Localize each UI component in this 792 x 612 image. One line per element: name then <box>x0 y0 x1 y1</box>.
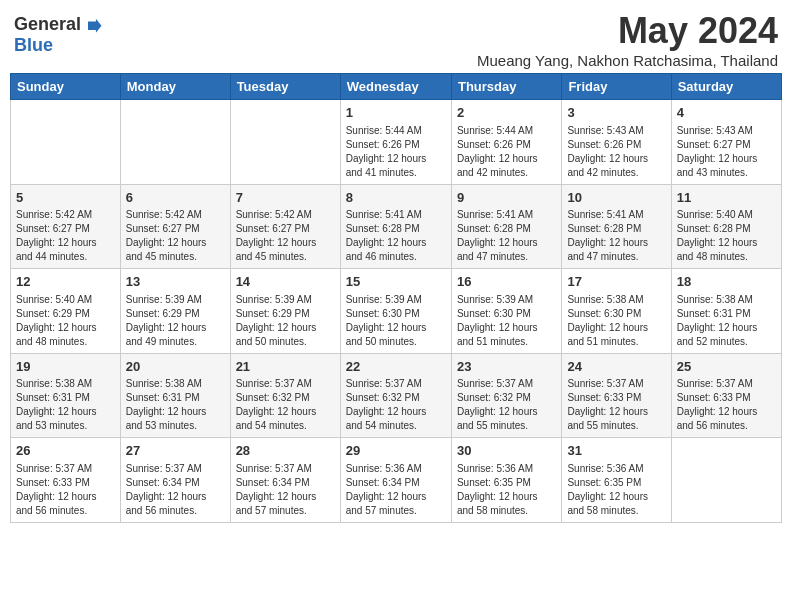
day-info: Sunrise: 5:37 AM Sunset: 6:32 PM Dayligh… <box>236 377 335 433</box>
day-number: 15 <box>346 273 446 291</box>
day-number: 7 <box>236 189 335 207</box>
calendar-cell: 6Sunrise: 5:42 AM Sunset: 6:27 PM Daylig… <box>120 184 230 269</box>
day-info: Sunrise: 5:40 AM Sunset: 6:28 PM Dayligh… <box>677 208 776 264</box>
day-info: Sunrise: 5:43 AM Sunset: 6:26 PM Dayligh… <box>567 124 665 180</box>
week-row-4: 19Sunrise: 5:38 AM Sunset: 6:31 PM Dayli… <box>11 353 782 438</box>
calendar-cell: 16Sunrise: 5:39 AM Sunset: 6:30 PM Dayli… <box>451 269 561 354</box>
calendar-cell: 11Sunrise: 5:40 AM Sunset: 6:28 PM Dayli… <box>671 184 781 269</box>
day-info: Sunrise: 5:38 AM Sunset: 6:31 PM Dayligh… <box>126 377 225 433</box>
week-row-2: 5Sunrise: 5:42 AM Sunset: 6:27 PM Daylig… <box>11 184 782 269</box>
day-info: Sunrise: 5:37 AM Sunset: 6:34 PM Dayligh… <box>236 462 335 518</box>
day-header-tuesday: Tuesday <box>230 74 340 100</box>
day-info: Sunrise: 5:36 AM Sunset: 6:34 PM Dayligh… <box>346 462 446 518</box>
calendar-cell: 20Sunrise: 5:38 AM Sunset: 6:31 PM Dayli… <box>120 353 230 438</box>
day-header-friday: Friday <box>562 74 671 100</box>
day-header-sunday: Sunday <box>11 74 121 100</box>
day-info: Sunrise: 5:42 AM Sunset: 6:27 PM Dayligh… <box>126 208 225 264</box>
calendar-cell: 19Sunrise: 5:38 AM Sunset: 6:31 PM Dayli… <box>11 353 121 438</box>
calendar-cell <box>11 100 121 185</box>
day-info: Sunrise: 5:37 AM Sunset: 6:34 PM Dayligh… <box>126 462 225 518</box>
week-row-3: 12Sunrise: 5:40 AM Sunset: 6:29 PM Dayli… <box>11 269 782 354</box>
day-number: 25 <box>677 358 776 376</box>
day-number: 27 <box>126 442 225 460</box>
calendar-cell: 25Sunrise: 5:37 AM Sunset: 6:33 PM Dayli… <box>671 353 781 438</box>
day-info: Sunrise: 5:39 AM Sunset: 6:30 PM Dayligh… <box>346 293 446 349</box>
day-info: Sunrise: 5:38 AM Sunset: 6:31 PM Dayligh… <box>677 293 776 349</box>
calendar-cell: 3Sunrise: 5:43 AM Sunset: 6:26 PM Daylig… <box>562 100 671 185</box>
day-number: 13 <box>126 273 225 291</box>
day-number: 14 <box>236 273 335 291</box>
day-info: Sunrise: 5:37 AM Sunset: 6:32 PM Dayligh… <box>457 377 556 433</box>
day-number: 6 <box>126 189 225 207</box>
day-info: Sunrise: 5:36 AM Sunset: 6:35 PM Dayligh… <box>567 462 665 518</box>
calendar-cell: 1Sunrise: 5:44 AM Sunset: 6:26 PM Daylig… <box>340 100 451 185</box>
day-info: Sunrise: 5:42 AM Sunset: 6:27 PM Dayligh… <box>236 208 335 264</box>
calendar-cell: 15Sunrise: 5:39 AM Sunset: 6:30 PM Dayli… <box>340 269 451 354</box>
week-row-1: 1Sunrise: 5:44 AM Sunset: 6:26 PM Daylig… <box>11 100 782 185</box>
week-row-5: 26Sunrise: 5:37 AM Sunset: 6:33 PM Dayli… <box>11 438 782 523</box>
day-info: Sunrise: 5:38 AM Sunset: 6:30 PM Dayligh… <box>567 293 665 349</box>
day-info: Sunrise: 5:36 AM Sunset: 6:35 PM Dayligh… <box>457 462 556 518</box>
calendar-cell: 29Sunrise: 5:36 AM Sunset: 6:34 PM Dayli… <box>340 438 451 523</box>
calendar-cell: 18Sunrise: 5:38 AM Sunset: 6:31 PM Dayli… <box>671 269 781 354</box>
day-info: Sunrise: 5:43 AM Sunset: 6:27 PM Dayligh… <box>677 124 776 180</box>
day-number: 18 <box>677 273 776 291</box>
logo-general: General <box>14 14 81 34</box>
day-header-monday: Monday <box>120 74 230 100</box>
logo-arrow-icon <box>88 19 102 33</box>
day-number: 28 <box>236 442 335 460</box>
day-info: Sunrise: 5:37 AM Sunset: 6:33 PM Dayligh… <box>16 462 115 518</box>
day-number: 31 <box>567 442 665 460</box>
day-info: Sunrise: 5:42 AM Sunset: 6:27 PM Dayligh… <box>16 208 115 264</box>
calendar-cell: 21Sunrise: 5:37 AM Sunset: 6:32 PM Dayli… <box>230 353 340 438</box>
day-number: 19 <box>16 358 115 376</box>
calendar-cell: 7Sunrise: 5:42 AM Sunset: 6:27 PM Daylig… <box>230 184 340 269</box>
day-info: Sunrise: 5:39 AM Sunset: 6:30 PM Dayligh… <box>457 293 556 349</box>
day-info: Sunrise: 5:37 AM Sunset: 6:32 PM Dayligh… <box>346 377 446 433</box>
calendar-cell: 9Sunrise: 5:41 AM Sunset: 6:28 PM Daylig… <box>451 184 561 269</box>
day-number: 4 <box>677 104 776 122</box>
day-number: 10 <box>567 189 665 207</box>
calendar-cell: 10Sunrise: 5:41 AM Sunset: 6:28 PM Dayli… <box>562 184 671 269</box>
calendar-cell: 12Sunrise: 5:40 AM Sunset: 6:29 PM Dayli… <box>11 269 121 354</box>
calendar-cell: 27Sunrise: 5:37 AM Sunset: 6:34 PM Dayli… <box>120 438 230 523</box>
day-number: 21 <box>236 358 335 376</box>
day-info: Sunrise: 5:37 AM Sunset: 6:33 PM Dayligh… <box>677 377 776 433</box>
day-number: 8 <box>346 189 446 207</box>
day-number: 16 <box>457 273 556 291</box>
day-number: 23 <box>457 358 556 376</box>
day-number: 29 <box>346 442 446 460</box>
calendar-cell: 5Sunrise: 5:42 AM Sunset: 6:27 PM Daylig… <box>11 184 121 269</box>
calendar-cell: 24Sunrise: 5:37 AM Sunset: 6:33 PM Dayli… <box>562 353 671 438</box>
day-number: 22 <box>346 358 446 376</box>
header: General Blue May 2024 Mueang Yang, Nakho… <box>10 10 782 69</box>
day-header-saturday: Saturday <box>671 74 781 100</box>
calendar-cell: 17Sunrise: 5:38 AM Sunset: 6:30 PM Dayli… <box>562 269 671 354</box>
day-number: 5 <box>16 189 115 207</box>
logo: General Blue <box>14 14 102 56</box>
days-header-row: SundayMondayTuesdayWednesdayThursdayFrid… <box>11 74 782 100</box>
day-header-thursday: Thursday <box>451 74 561 100</box>
day-number: 30 <box>457 442 556 460</box>
calendar-cell: 2Sunrise: 5:44 AM Sunset: 6:26 PM Daylig… <box>451 100 561 185</box>
location-title: Mueang Yang, Nakhon Ratchasima, Thailand <box>477 52 778 69</box>
day-number: 17 <box>567 273 665 291</box>
day-number: 2 <box>457 104 556 122</box>
day-info: Sunrise: 5:41 AM Sunset: 6:28 PM Dayligh… <box>457 208 556 264</box>
day-number: 26 <box>16 442 115 460</box>
calendar-cell: 23Sunrise: 5:37 AM Sunset: 6:32 PM Dayli… <box>451 353 561 438</box>
calendar-cell: 13Sunrise: 5:39 AM Sunset: 6:29 PM Dayli… <box>120 269 230 354</box>
day-header-wednesday: Wednesday <box>340 74 451 100</box>
calendar-cell: 30Sunrise: 5:36 AM Sunset: 6:35 PM Dayli… <box>451 438 561 523</box>
day-info: Sunrise: 5:41 AM Sunset: 6:28 PM Dayligh… <box>346 208 446 264</box>
day-info: Sunrise: 5:41 AM Sunset: 6:28 PM Dayligh… <box>567 208 665 264</box>
calendar-cell <box>671 438 781 523</box>
day-number: 3 <box>567 104 665 122</box>
calendar-cell <box>230 100 340 185</box>
day-info: Sunrise: 5:37 AM Sunset: 6:33 PM Dayligh… <box>567 377 665 433</box>
calendar-cell: 4Sunrise: 5:43 AM Sunset: 6:27 PM Daylig… <box>671 100 781 185</box>
day-number: 20 <box>126 358 225 376</box>
day-number: 1 <box>346 104 446 122</box>
title-area: May 2024 Mueang Yang, Nakhon Ratchasima,… <box>477 10 778 69</box>
logo-blue: Blue <box>14 35 53 56</box>
